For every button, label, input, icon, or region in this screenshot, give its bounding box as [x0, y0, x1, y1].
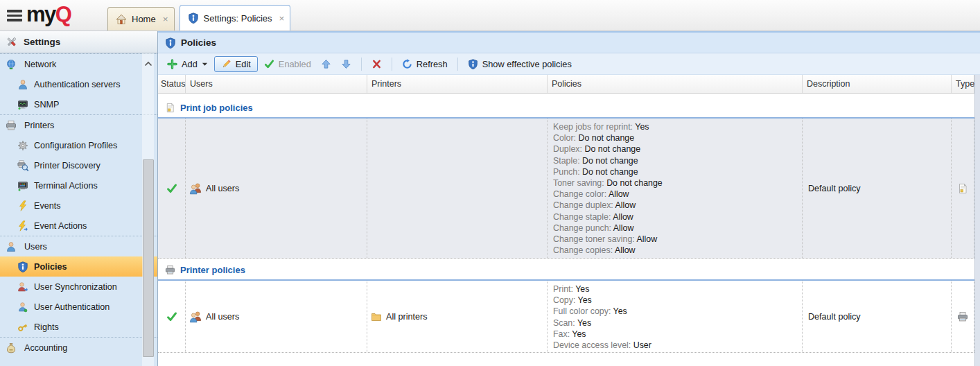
column-header-status[interactable]: Status	[158, 75, 186, 93]
tools-icon	[6, 36, 17, 48]
refresh-button[interactable]: Refresh	[399, 57, 451, 71]
sidebar-item-user-authentication[interactable]: User Authentication	[0, 297, 157, 317]
description-value: Default policy	[808, 184, 861, 193]
policies-table-body: Print job policies All users Keep jobs f…	[158, 94, 974, 366]
sidebar-item-label: Configuration Profiles	[34, 141, 117, 150]
move-down-button[interactable]	[338, 57, 355, 71]
table-row[interactable]: All users All printers Print: YesCopy: Y…	[158, 281, 974, 353]
delete-button[interactable]	[368, 57, 385, 71]
printer-icon	[165, 265, 175, 275]
sidebar-header: Settings	[0, 31, 157, 53]
caret-down-icon	[202, 62, 208, 67]
sidebar-item-label: Terminal Actions	[34, 181, 98, 191]
folder-icon	[371, 311, 382, 322]
user-icon	[6, 241, 17, 252]
cell-policies: Print: YesCopy: YesFull color copy: YesS…	[548, 281, 803, 352]
menu-icon[interactable]	[7, 10, 22, 24]
sidebar-item-event-actions[interactable]: Event Actions	[0, 216, 157, 236]
policy-line: Change punch: Allow	[553, 223, 796, 234]
sidebar-item-network[interactable]: Network	[0, 53, 157, 74]
shield-icon	[165, 37, 176, 49]
sidebar-item-label: Printers	[24, 121, 54, 130]
show-effective-policies-label: Show effective policies	[482, 59, 572, 69]
column-header-description[interactable]: Description	[803, 75, 952, 93]
sidebar-scrollbar-thumb[interactable]	[143, 159, 154, 357]
user-sync-icon	[17, 281, 28, 293]
policy-line: Device access level: User	[553, 340, 796, 351]
tab-settings-policies[interactable]: Settings: Policies ×	[180, 5, 291, 31]
document-icon	[957, 183, 968, 194]
sidebar-item-policies[interactable]: Policies	[0, 256, 157, 277]
users-group-icon	[189, 311, 202, 323]
sidebar-item-accounting[interactable]: Accounting	[0, 337, 157, 358]
settings-sidebar: Settings Network Authentication servers …	[0, 31, 158, 366]
sidebar-item-printers[interactable]: Printers	[0, 114, 157, 135]
printer-search-icon	[17, 160, 28, 171]
shield-icon	[17, 261, 28, 272]
sidebar-nav: Network Authentication servers SNMP Prin…	[0, 53, 157, 358]
scroll-up-arrow-icon[interactable]	[142, 58, 154, 70]
sidebar-scrollbar[interactable]	[142, 53, 154, 366]
logo-text-my: my	[26, 2, 55, 26]
page-title: Policies	[181, 37, 216, 48]
policy-line: Toner saving: Do not change	[553, 177, 796, 189]
policy-line: Copy: Yes	[553, 295, 796, 306]
sidebar-item-label: User Synchronization	[34, 282, 117, 292]
arrow-up-icon	[321, 59, 331, 69]
check-icon	[166, 311, 177, 322]
x-icon	[371, 59, 382, 69]
sidebar-item-rights[interactable]: Rights	[0, 317, 157, 337]
section-title: Print job policies	[180, 103, 253, 113]
column-header-policies[interactable]: Policies	[548, 75, 803, 93]
sidebar-item-terminal-actions[interactable]: Terminal Actions	[0, 175, 157, 195]
column-header-type[interactable]: Type	[952, 75, 974, 93]
sidebar-item-configuration-profiles[interactable]: Configuration Profiles	[0, 135, 157, 155]
cell-description: Default policy	[803, 119, 952, 258]
column-header-users[interactable]: Users	[186, 75, 367, 93]
table-scrollbar[interactable]	[974, 75, 980, 366]
policy-line: Change copies: Allow	[553, 245, 796, 256]
sidebar-item-events[interactable]: Events	[0, 195, 157, 216]
show-effective-policies-button[interactable]: Show effective policies	[464, 57, 575, 71]
cell-type	[952, 281, 974, 352]
edit-button[interactable]: Edit	[214, 56, 258, 72]
lightning-icon	[17, 200, 28, 211]
policy-line: Change color: Allow	[553, 189, 796, 200]
pencil-icon	[221, 59, 231, 69]
policy-line: Full color copy: Yes	[553, 306, 796, 317]
enabled-button[interactable]: Enabled	[261, 57, 315, 71]
cell-status	[158, 119, 186, 258]
sidebar-item-users[interactable]: Users	[0, 236, 157, 256]
sidebar-item-user-synchronization[interactable]: User Synchronization	[0, 277, 157, 297]
user-auth-icon	[17, 302, 28, 313]
sidebar-item-authentication-servers[interactable]: Authentication servers	[0, 74, 157, 94]
refresh-label: Refresh	[417, 59, 448, 69]
sidebar-item-label: Event Actions	[34, 221, 87, 231]
toolbar: Add Edit Enabled	[158, 53, 980, 75]
check-icon	[166, 183, 177, 194]
printer-icon	[957, 311, 968, 322]
table-row[interactable]: All users Keep jobs for reprint: YesColo…	[158, 119, 974, 259]
sidebar-item-printer-discovery[interactable]: Printer Discovery	[0, 155, 157, 175]
users-value: All users	[206, 312, 239, 322]
policy-line: Scan: Yes	[553, 317, 796, 329]
sidebar-item-label: Network	[24, 60, 56, 69]
close-icon[interactable]: ×	[163, 14, 168, 24]
money-bag-icon	[6, 342, 17, 354]
cell-users: All users	[186, 281, 367, 352]
policy-line: Keep jobs for reprint: Yes	[553, 121, 796, 132]
sidebar-item-label: Events	[34, 201, 61, 211]
section-header-printer-policies: Printer policies	[158, 259, 974, 281]
tab-home[interactable]: Home ×	[107, 7, 175, 31]
column-header-printers[interactable]: Printers	[367, 75, 548, 93]
add-button[interactable]: Add	[164, 57, 211, 71]
move-up-button[interactable]	[317, 57, 335, 71]
shield-icon	[188, 12, 199, 24]
cell-type	[952, 119, 974, 258]
cell-policies: Keep jobs for reprint: YesColor: Do not …	[548, 119, 803, 258]
close-icon[interactable]: ×	[279, 13, 285, 24]
sidebar-item-label: Policies	[34, 262, 67, 272]
sidebar-item-snmp[interactable]: SNMP	[0, 94, 157, 114]
table-header-row: Status Users Printers Policies Descripti…	[158, 75, 974, 94]
cell-printers: All printers	[367, 281, 548, 352]
